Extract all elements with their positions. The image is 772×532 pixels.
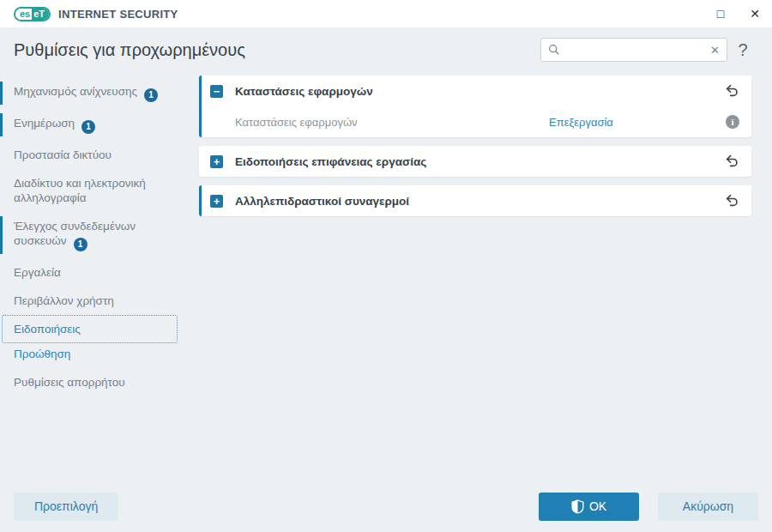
page-title: Ρυθμίσεις για προχωρημένους [14, 40, 245, 60]
sidebar-item-label: Ενημέρωση [14, 117, 75, 130]
sidebar-item-user-interface[interactable]: Περιβάλλον χρήστη [0, 287, 193, 315]
settings-content: − Καταστάσεις εφαρμογών Καταστάσεις εφαρ… [193, 72, 772, 225]
sidebar-item-label: Προώθηση [14, 348, 70, 360]
change-count-badge: 1 [81, 120, 95, 134]
footer: Προεπιλογή OK Ακύρωση [0, 481, 772, 532]
sidebar-item-network-protection[interactable]: Προστασία δικτύου [0, 141, 193, 169]
ok-button-label: OK [589, 499, 606, 513]
change-count-badge: 1 [74, 238, 87, 251]
sidebar: Μηχανισμός ανίχνευσης1 Ενημέρωση1 Προστα… [0, 72, 193, 396]
panel-interactive-alerts: + Αλληλεπιδραστικοί συναγερμοί [199, 185, 751, 216]
search-icon [548, 44, 560, 56]
sidebar-item-forwarding[interactable]: Προώθηση [0, 343, 193, 368]
window-controls: □ ✕ [703, 0, 772, 27]
sidebar-item-privacy-settings[interactable]: Ρυθμίσεις απορρήτου [0, 368, 193, 396]
header: Ρυθμίσεις για προχωρημένους ✕ ? [0, 27, 772, 72]
eset-logo-icon: es eT [14, 7, 51, 21]
panel-application-statuses: − Καταστάσεις εφαρμογών Καταστάσεις εφαρ… [199, 76, 751, 137]
panel-desktop-notifications: + Ειδοποιήσεις επιφάνειας εργασίας [199, 146, 751, 177]
close-button[interactable]: ✕ [738, 0, 772, 27]
setting-row-application-statuses: Καταστάσεις εφαρμογών Επεξεργασία i [199, 106, 751, 137]
sidebar-item-update[interactable]: Ενημέρωση1 [0, 109, 193, 141]
expand-icon[interactable]: + [210, 155, 223, 168]
panel-title: Ειδοποιήσεις επιφάνειας εργασίας [235, 155, 426, 168]
revert-to-default-icon[interactable] [724, 193, 739, 209]
panel-title: Καταστάσεις εφαρμογών [235, 85, 373, 98]
eset-logo-right: eT [32, 9, 49, 20]
default-button[interactable]: Προεπιλογή [14, 493, 118, 521]
revert-to-default-icon[interactable] [724, 154, 739, 169]
revert-to-default-icon[interactable] [724, 83, 739, 99]
panel-header-desktop-notifications[interactable]: + Ειδοποιήσεις επιφάνειας εργασίας [199, 146, 751, 177]
panel-header-application-statuses[interactable]: − Καταστάσεις εφαρμογών [199, 76, 751, 106]
change-count-badge: 1 [144, 88, 158, 102]
eset-logo-left: es [15, 9, 32, 20]
help-button[interactable]: ? [727, 40, 758, 60]
search-input[interactable] [565, 44, 710, 57]
sidebar-item-detection-engine[interactable]: Μηχανισμός ανίχνευσης1 [0, 77, 193, 109]
titlebar: es eT INTERNET SECURITY □ ✕ [0, 0, 772, 27]
setting-label: Καταστάσεις εφαρμογών [235, 116, 358, 129]
panel-title: Αλληλεπιδραστικοί συναγερμοί [235, 195, 409, 208]
collapse-icon[interactable]: − [210, 85, 223, 98]
maximize-button[interactable]: □ [703, 0, 738, 27]
info-icon[interactable]: i [726, 115, 739, 129]
edit-link[interactable]: Επεξεργασία [549, 116, 613, 129]
main-area: Μηχανισμός ανίχνευσης1 Ενημέρωση1 Προστα… [0, 72, 772, 396]
cancel-button[interactable]: Ακύρωση [658, 493, 758, 521]
sidebar-item-label: Μηχανισμός ανίχνευσης [14, 85, 137, 98]
uac-shield-icon [571, 499, 584, 514]
sidebar-item-label: Διαδίκτυο και ηλεκτρονική αλληλογραφία [14, 177, 146, 204]
sidebar-item-label: Προστασία δικτύου [14, 148, 112, 161]
expand-icon[interactable]: + [210, 195, 223, 208]
sidebar-item-label: Περιβάλλον χρήστη [14, 294, 114, 307]
search-box[interactable]: ✕ [540, 38, 727, 62]
sidebar-item-label: Ειδοποιήσεις [14, 323, 81, 336]
sidebar-item-notifications[interactable]: Ειδοποιήσεις [2, 315, 178, 343]
ok-button[interactable]: OK [539, 493, 639, 521]
panel-header-interactive-alerts[interactable]: + Αλληλεπιδραστικοί συναγερμοί [199, 185, 751, 216]
sidebar-item-label: Εργαλεία [14, 266, 61, 279]
sidebar-item-web-email[interactable]: Διαδίκτυο και ηλεκτρονική αλληλογραφία [0, 169, 193, 212]
sidebar-item-tools[interactable]: Εργαλεία [0, 258, 193, 287]
sidebar-item-device-control[interactable]: Έλεγχος συνδεδεμένων συσκευών1 [0, 212, 193, 258]
sidebar-item-label: Ρυθμίσεις απορρήτου [14, 376, 125, 389]
search-clear-icon[interactable]: ✕ [710, 44, 720, 57]
product-name: INTERNET SECURITY [58, 8, 178, 21]
